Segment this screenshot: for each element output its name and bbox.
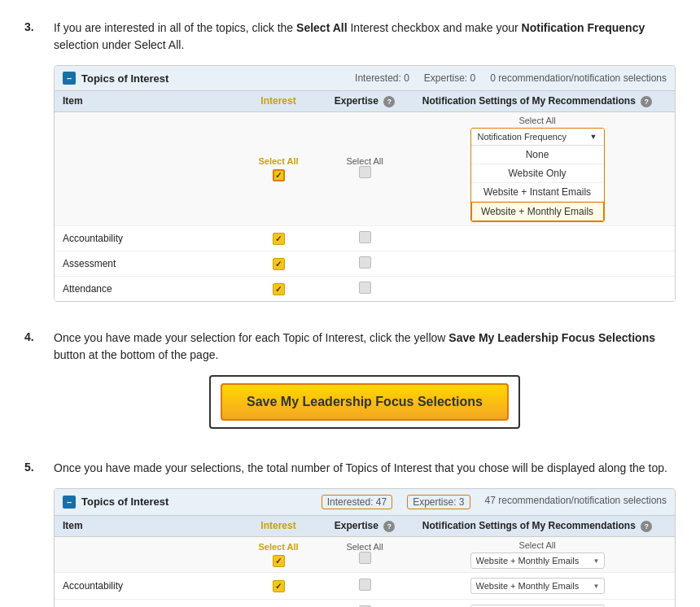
t2-row-0-item: Accountability (63, 580, 235, 592)
step-3: 3. If you are interested in all of the t… (24, 20, 676, 307)
stat-expertise-3: Expertise: 3 (407, 495, 470, 509)
row-0-expertise[interactable] (322, 231, 408, 246)
row-2-expertise-checkbox[interactable] (359, 282, 371, 294)
sa-interest-label: Select All (235, 156, 322, 166)
table-1-row-2: Attendance (55, 277, 675, 301)
col-interest-label: Interest (235, 95, 322, 107)
notification-help-icon-2: ? (641, 521, 652, 532)
step-5-content: Once you have made your selections, the … (54, 460, 676, 607)
save-button-outer: Save My Leadership Focus Selections (209, 375, 520, 429)
table-2-stats: Interested: 47 Expertise: 3 47 recommend… (322, 495, 667, 509)
sa2-interest[interactable]: Select All (235, 542, 322, 567)
expertise-help-icon: ? (383, 96, 395, 107)
table-2-select-all-row: Select All Select All Select All Website… (55, 537, 675, 573)
table-2-row-0: Accountability Website + Monthly Emails … (55, 573, 675, 600)
stat-interested-47: Interested: 47 (322, 495, 392, 509)
select-all-expertise-checkbox[interactable] (359, 166, 371, 178)
t2-row-0-select[interactable]: Website + Monthly Emails None Website On… (470, 578, 605, 594)
col-notification-label: Notification Settings of My Recommendati… (408, 95, 667, 107)
dropdown-arrow: ▼ (590, 133, 597, 141)
row-0-item: Accountability (63, 233, 235, 244)
col2-interest-label: Interest (235, 520, 322, 532)
step-4-content: Once you have made your selection for ea… (54, 330, 676, 437)
t2-row-1-notification[interactable]: Website + Monthly Emails None Website On… (408, 605, 667, 607)
topics-icon: – (63, 72, 76, 85)
row-2-expertise[interactable] (322, 282, 408, 296)
sa-expertise-label: Select All (322, 156, 408, 166)
save-button-container: Save My Leadership Focus Selections (54, 375, 676, 429)
row-1-interest-checkbox[interactable] (273, 258, 285, 270)
row-1-expertise-checkbox[interactable] (359, 256, 371, 269)
col-expertise-label: Expertise ? (322, 95, 408, 107)
row-1-expertise[interactable] (322, 256, 408, 271)
table-1-stats: Interested: 0 Expertise: 0 0 recommendat… (355, 72, 667, 84)
t2-row-0-expertise-cb[interactable] (359, 579, 371, 591)
step-5: 5. Once you have made your selections, t… (24, 460, 676, 607)
row-1-interest[interactable] (235, 256, 322, 270)
dropdown-header: Notification Frequency ▼ (471, 129, 604, 146)
table-2-col-headers: Item Interest Expertise ? Notification S… (55, 516, 675, 537)
sa-notification-label: Select All (408, 116, 667, 125)
sa2-notification-label: Select All (408, 540, 667, 550)
step-5-number: 5. (24, 460, 54, 474)
sa-expertise: Select All (322, 156, 408, 181)
step-4-number: 4. (24, 330, 54, 343)
row-2-item: Attendance (63, 283, 235, 295)
t2-row-1-select[interactable]: Website + Monthly Emails None Website On… (470, 605, 605, 607)
row-1-item: Assessment (63, 258, 235, 269)
table-1: – Topics of Interest Interested: 0 Exper… (54, 65, 676, 302)
col2-expertise-label: Expertise ? (322, 520, 408, 532)
t2-row-1-select-wrapper[interactable]: Website + Monthly Emails None Website On… (470, 605, 605, 607)
row-2-interest-checkbox[interactable] (273, 283, 285, 295)
table-2-header: – Topics of Interest Interested: 47 Expe… (55, 489, 675, 516)
sa2-interest-label: Select All (235, 542, 322, 552)
sa2-interest-checkbox[interactable] (273, 555, 285, 567)
t2-row-0-interest[interactable] (235, 579, 322, 592)
topics-icon-2: – (63, 496, 76, 509)
table-2-row-1: Assessment Website + Monthly Emails None… (55, 600, 675, 607)
step-5-text: Once you have made your selections, the … (54, 460, 676, 477)
dropdown-option-website-only[interactable]: Website Only (471, 164, 604, 183)
sa2-notification-select[interactable]: Website + Monthly Emails None Website On… (470, 552, 605, 569)
sa2-notification: Select All Website + Monthly Emails None… (408, 540, 667, 569)
t2-row-0-expertise[interactable] (322, 579, 408, 593)
dropdown-option-instant[interactable]: Website + Instant Emails (471, 183, 604, 202)
row-0-expertise-checkbox[interactable] (359, 231, 371, 243)
notification-help-icon: ? (641, 96, 652, 107)
col-item-label: Item (63, 95, 235, 107)
step-3-content: If you are interested in all of the topi… (54, 20, 676, 307)
save-leadership-focus-button[interactable]: Save My Leadership Focus Selections (221, 383, 509, 421)
sa2-expertise-checkbox[interactable] (359, 552, 371, 564)
dropdown-option-none[interactable]: None (471, 146, 604, 164)
table-1-col-headers: Item Interest Expertise ? Notification S… (55, 91, 675, 112)
step-3-number: 3. (24, 20, 54, 33)
row-0-interest-checkbox[interactable] (273, 233, 285, 245)
stat-selections-47: 47 recommendation/notification selection… (485, 495, 667, 509)
sa-notification: Select All Notification Frequency ▼ None… (408, 116, 667, 222)
t2-row-0-select-wrapper[interactable]: Website + Monthly Emails None Website On… (470, 578, 605, 594)
dropdown-title: Notification Frequency (478, 132, 567, 142)
sa2-notification-select-wrapper[interactable]: Website + Monthly Emails None Website On… (470, 552, 605, 569)
select-all-interest-checkbox[interactable] (273, 169, 285, 181)
stat-interested-0: Interested: 0 (355, 72, 409, 84)
table-1-select-all-row: Select All Select All Select All Notific… (55, 112, 675, 226)
sa-interest[interactable]: Select All (235, 156, 322, 181)
t2-row-0-interest-cb[interactable] (273, 580, 285, 592)
table-1-row-0: Accountability (55, 226, 675, 251)
row-2-interest[interactable] (235, 282, 322, 295)
row-0-interest[interactable] (235, 231, 322, 245)
col2-notification-label: Notification Settings of My Recommendati… (408, 520, 667, 532)
table-2: – Topics of Interest Interested: 47 Expe… (54, 488, 676, 607)
stat-expertise-0: Expertise: 0 (424, 72, 475, 84)
sa2-expertise: Select All (322, 542, 408, 566)
notification-dropdown-panel[interactable]: Notification Frequency ▼ None Website On… (470, 128, 605, 222)
t2-row-0-notification[interactable]: Website + Monthly Emails None Website On… (408, 578, 667, 594)
dropdown-option-monthly[interactable]: Website + Monthly Emails (471, 202, 604, 221)
sa2-expertise-label: Select All (322, 542, 408, 552)
table-1-row-1: Assessment (55, 251, 675, 277)
stat-selections-0: 0 recommendation/notification selections (490, 72, 667, 84)
col2-item-label: Item (63, 520, 235, 532)
step-3-text: If you are interested in all of the topi… (54, 20, 676, 54)
step-4: 4. Once you have made your selection for… (24, 330, 676, 437)
expertise-help-icon-2: ? (383, 521, 395, 532)
